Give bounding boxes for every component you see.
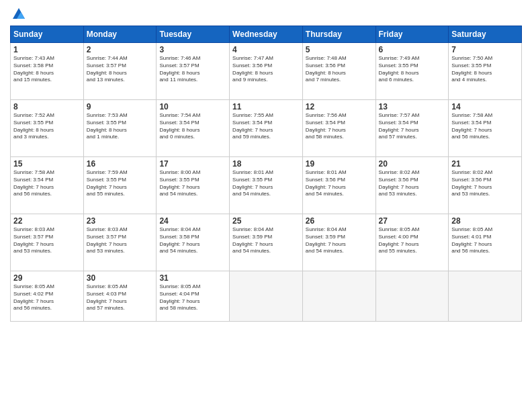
calendar-cell: 27Sunrise: 8:05 AM Sunset: 4:00 PM Dayli… <box>375 214 449 271</box>
day-info: Sunrise: 8:04 AM Sunset: 3:58 PM Dayligh… <box>159 226 226 255</box>
calendar-cell: 9Sunrise: 7:53 AM Sunset: 3:55 PM Daylig… <box>83 100 157 157</box>
logo <box>10 7 26 21</box>
weekday-header: Monday <box>83 26 157 43</box>
day-number: 20 <box>379 159 446 169</box>
calendar-cell: 17Sunrise: 8:00 AM Sunset: 3:55 PM Dayli… <box>157 157 230 214</box>
day-number: 3 <box>159 45 226 54</box>
day-number: 21 <box>451 159 519 169</box>
calendar-cell: 30Sunrise: 8:05 AM Sunset: 4:03 PM Dayli… <box>83 271 157 322</box>
day-number: 30 <box>87 273 154 283</box>
weekday-header: Tuesday <box>157 26 230 43</box>
day-info: Sunrise: 7:56 AM Sunset: 3:54 PM Dayligh… <box>306 112 373 141</box>
calendar-week-row: 29Sunrise: 8:05 AM Sunset: 4:02 PM Dayli… <box>11 271 522 322</box>
day-number: 16 <box>87 159 154 169</box>
day-info: Sunrise: 8:01 AM Sunset: 3:55 PM Dayligh… <box>232 169 300 198</box>
calendar-cell: 22Sunrise: 8:03 AM Sunset: 3:57 PM Dayli… <box>11 214 84 271</box>
calendar-cell: 7Sunrise: 7:50 AM Sunset: 3:55 PM Daylig… <box>449 43 522 100</box>
day-info: Sunrise: 8:05 AM Sunset: 4:03 PM Dayligh… <box>87 283 154 312</box>
calendar-cell: 12Sunrise: 7:56 AM Sunset: 3:54 PM Dayli… <box>302 100 375 157</box>
calendar-cell <box>230 271 303 322</box>
day-info: Sunrise: 7:52 AM Sunset: 3:55 PM Dayligh… <box>13 112 81 141</box>
day-info: Sunrise: 8:02 AM Sunset: 3:56 PM Dayligh… <box>379 169 446 198</box>
day-number: 26 <box>306 216 373 226</box>
day-number: 29 <box>13 273 81 283</box>
calendar-cell: 23Sunrise: 8:03 AM Sunset: 3:57 PM Dayli… <box>83 214 157 271</box>
calendar-week-row: 22Sunrise: 8:03 AM Sunset: 3:57 PM Dayli… <box>11 214 522 271</box>
calendar-cell <box>375 271 449 322</box>
day-info: Sunrise: 8:05 AM Sunset: 4:00 PM Dayligh… <box>379 226 446 255</box>
weekday-header: Thursday <box>302 26 375 43</box>
day-number: 10 <box>159 102 226 111</box>
day-number: 14 <box>451 102 519 111</box>
day-info: Sunrise: 8:04 AM Sunset: 3:59 PM Dayligh… <box>306 226 373 255</box>
day-number: 17 <box>159 159 226 169</box>
calendar-cell: 21Sunrise: 8:02 AM Sunset: 3:56 PM Dayli… <box>449 157 522 214</box>
calendar-cell: 25Sunrise: 8:04 AM Sunset: 3:59 PM Dayli… <box>230 214 303 271</box>
day-number: 2 <box>87 45 154 54</box>
day-number: 1 <box>13 45 81 54</box>
day-number: 25 <box>232 216 300 226</box>
day-info: Sunrise: 7:53 AM Sunset: 3:55 PM Dayligh… <box>87 112 154 141</box>
day-info: Sunrise: 7:55 AM Sunset: 3:54 PM Dayligh… <box>232 112 300 141</box>
calendar-cell: 29Sunrise: 8:05 AM Sunset: 4:02 PM Dayli… <box>11 271 84 322</box>
calendar-week-row: 8Sunrise: 7:52 AM Sunset: 3:55 PM Daylig… <box>11 100 522 157</box>
weekday-header: Saturday <box>449 26 522 43</box>
calendar-cell: 14Sunrise: 7:58 AM Sunset: 3:54 PM Dayli… <box>449 100 522 157</box>
day-info: Sunrise: 7:49 AM Sunset: 3:55 PM Dayligh… <box>379 55 446 84</box>
logo-icon <box>11 7 26 21</box>
main-container: SundayMondayTuesdayWednesdayThursdayFrid… <box>0 0 532 328</box>
day-number: 22 <box>13 216 81 226</box>
weekday-header: Sunday <box>11 26 84 43</box>
day-number: 28 <box>451 216 519 226</box>
day-number: 7 <box>451 45 519 54</box>
day-number: 8 <box>13 102 81 111</box>
day-number: 11 <box>232 102 300 111</box>
calendar-cell: 26Sunrise: 8:04 AM Sunset: 3:59 PM Dayli… <box>302 214 375 271</box>
calendar-cell: 1Sunrise: 7:43 AM Sunset: 3:58 PM Daylig… <box>11 43 84 100</box>
header <box>10 7 522 21</box>
calendar-cell: 11Sunrise: 7:55 AM Sunset: 3:54 PM Dayli… <box>230 100 303 157</box>
day-info: Sunrise: 7:50 AM Sunset: 3:55 PM Dayligh… <box>451 55 519 84</box>
day-info: Sunrise: 7:43 AM Sunset: 3:58 PM Dayligh… <box>13 55 81 84</box>
calendar-cell: 5Sunrise: 7:48 AM Sunset: 3:56 PM Daylig… <box>302 43 375 100</box>
calendar-week-row: 15Sunrise: 7:58 AM Sunset: 3:54 PM Dayli… <box>11 157 522 214</box>
day-number: 6 <box>379 45 446 54</box>
day-number: 4 <box>232 45 300 54</box>
day-number: 9 <box>87 102 154 111</box>
day-number: 23 <box>87 216 154 226</box>
calendar-cell: 2Sunrise: 7:44 AM Sunset: 3:57 PM Daylig… <box>83 43 157 100</box>
day-info: Sunrise: 7:58 AM Sunset: 3:54 PM Dayligh… <box>451 112 519 141</box>
calendar-cell <box>302 271 375 322</box>
day-info: Sunrise: 8:05 AM Sunset: 4:04 PM Dayligh… <box>159 283 226 312</box>
day-info: Sunrise: 7:54 AM Sunset: 3:54 PM Dayligh… <box>159 112 226 141</box>
calendar-cell: 8Sunrise: 7:52 AM Sunset: 3:55 PM Daylig… <box>11 100 84 157</box>
calendar-cell <box>449 271 522 322</box>
calendar-cell: 18Sunrise: 8:01 AM Sunset: 3:55 PM Dayli… <box>230 157 303 214</box>
calendar-week-row: 1Sunrise: 7:43 AM Sunset: 3:58 PM Daylig… <box>11 43 522 100</box>
day-number: 24 <box>159 216 226 226</box>
day-info: Sunrise: 7:47 AM Sunset: 3:56 PM Dayligh… <box>232 55 300 84</box>
day-number: 27 <box>379 216 446 226</box>
calendar-cell: 13Sunrise: 7:57 AM Sunset: 3:54 PM Dayli… <box>375 100 449 157</box>
calendar-cell: 19Sunrise: 8:01 AM Sunset: 3:56 PM Dayli… <box>302 157 375 214</box>
day-info: Sunrise: 8:03 AM Sunset: 3:57 PM Dayligh… <box>87 226 154 255</box>
day-number: 12 <box>306 102 373 111</box>
calendar-cell: 20Sunrise: 8:02 AM Sunset: 3:56 PM Dayli… <box>375 157 449 214</box>
day-info: Sunrise: 8:05 AM Sunset: 4:02 PM Dayligh… <box>13 283 81 312</box>
day-number: 13 <box>379 102 446 111</box>
day-info: Sunrise: 7:48 AM Sunset: 3:56 PM Dayligh… <box>306 55 373 84</box>
day-info: Sunrise: 7:58 AM Sunset: 3:54 PM Dayligh… <box>13 169 81 198</box>
calendar-cell: 6Sunrise: 7:49 AM Sunset: 3:55 PM Daylig… <box>375 43 449 100</box>
weekday-header: Friday <box>375 26 449 43</box>
day-info: Sunrise: 8:02 AM Sunset: 3:56 PM Dayligh… <box>451 169 519 198</box>
day-info: Sunrise: 8:03 AM Sunset: 3:57 PM Dayligh… <box>13 226 81 255</box>
day-info: Sunrise: 8:05 AM Sunset: 4:01 PM Dayligh… <box>451 226 519 255</box>
day-info: Sunrise: 8:00 AM Sunset: 3:55 PM Dayligh… <box>159 169 226 198</box>
day-number: 19 <box>306 159 373 169</box>
weekday-header-row: SundayMondayTuesdayWednesdayThursdayFrid… <box>11 26 522 43</box>
calendar-cell: 16Sunrise: 7:59 AM Sunset: 3:55 PM Dayli… <box>83 157 157 214</box>
calendar-cell: 3Sunrise: 7:46 AM Sunset: 3:57 PM Daylig… <box>157 43 230 100</box>
calendar-cell: 28Sunrise: 8:05 AM Sunset: 4:01 PM Dayli… <box>449 214 522 271</box>
calendar-cell: 24Sunrise: 8:04 AM Sunset: 3:58 PM Dayli… <box>157 214 230 271</box>
day-info: Sunrise: 7:46 AM Sunset: 3:57 PM Dayligh… <box>159 55 226 84</box>
